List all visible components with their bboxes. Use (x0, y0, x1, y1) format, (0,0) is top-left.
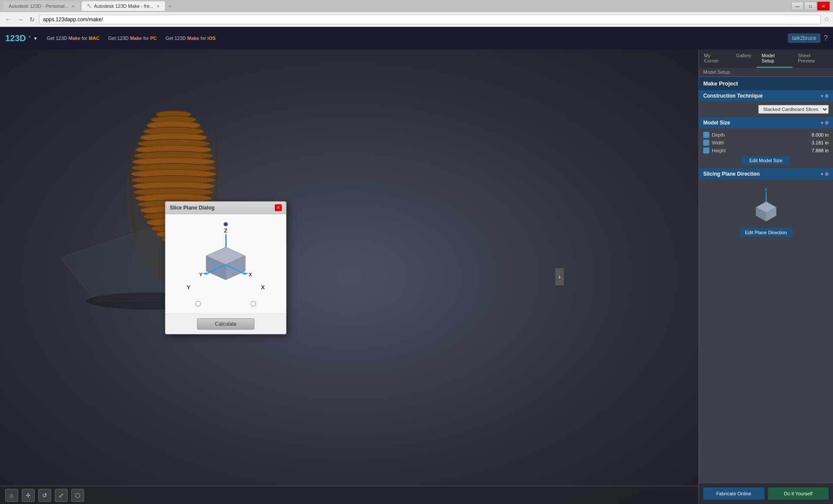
tool-zoom-fit[interactable]: ⤢ (55, 489, 68, 502)
slicing-plane-settings-icon[interactable]: ⚙ (825, 172, 829, 177)
plane-mini-cube (751, 200, 781, 223)
logo-superscript: ° (29, 35, 31, 41)
maximize-btn[interactable]: □ (804, 2, 817, 10)
technique-select-row: Stacked Cardboard Slices (703, 105, 829, 114)
svg-text:Y: Y (199, 272, 203, 277)
top-dot (224, 222, 228, 226)
edit-plane-direction-btn[interactable]: Edit Plane Direction (740, 228, 792, 237)
plane-widget: Z Edit Plane Direction (703, 183, 829, 240)
slicing-plane-body: Z Edit Plane Direction (699, 180, 833, 244)
new-tab-btn[interactable]: + (168, 3, 172, 10)
tab-icon: 🔧 (87, 4, 92, 8)
tab-model-setup[interactable]: Model Setup (757, 49, 793, 68)
back-btn[interactable]: ← (3, 15, 13, 24)
dialog-body: Z (165, 214, 286, 314)
radio-left-input[interactable] (195, 301, 201, 307)
construction-technique-title: Construction Technique (703, 93, 763, 99)
radio-right[interactable] (250, 301, 256, 307)
model-size-collapse-btns[interactable]: ▾ ⚙ (821, 121, 829, 125)
y-label: Y (187, 284, 191, 291)
width-row: Width 3.181 in (703, 140, 829, 146)
height-row: Height 7.888 in (703, 147, 829, 154)
slicing-plane-title: Slicing Plane Direction (703, 171, 760, 177)
construction-technique-section: Construction Technique ▾ ⚙ Stacked Cardb… (699, 90, 833, 117)
tab-inactive[interactable]: Autodesk 123D - Personal... ✕ (3, 1, 80, 11)
plane-mini-widget: Z (749, 187, 784, 226)
dialog-titlebar: Slice Plane Dialog ✕ (165, 202, 286, 214)
browser-toolbar: ← → ↻ ☆ (0, 12, 833, 27)
dialog-title: Slice Plane Dialog (170, 205, 214, 211)
model-size-body: Depth 8.000 in Width 3.181 in Height 7.8… (699, 128, 833, 168)
construction-technique-header: Construction Technique ▾ ⚙ (699, 90, 833, 101)
depth-row: Depth 8.000 in (703, 132, 829, 138)
construction-collapse-btns[interactable]: ▾ ⚙ (821, 94, 829, 98)
logo-area: 123D ° ▾ (5, 33, 36, 43)
model-size-title: Model Size (703, 120, 730, 126)
model-size-section: Model Size ▾ ⚙ Depth 8.000 in Width 3.18… (699, 117, 833, 168)
header-nav: Get 123D Make for MAC Get 123D Make for … (43, 34, 219, 43)
nav-ios[interactable]: Get 123D Make for iOS (162, 34, 219, 43)
model-size-settings-icon[interactable]: ⚙ (825, 121, 829, 125)
radio-right-input[interactable] (250, 301, 256, 307)
star-btn[interactable]: ☆ (823, 15, 830, 23)
dialog-close-btn[interactable]: ✕ (275, 204, 282, 211)
depth-icon (703, 132, 709, 138)
right-panel: My Corner Gallery Model Setup Sheet Prev… (698, 49, 833, 504)
user-btn[interactable]: talk2bruce (788, 33, 820, 43)
tab-close-active[interactable]: ✕ (156, 4, 160, 9)
construction-collapse-icon[interactable]: ▾ (821, 94, 823, 98)
app-header: 123D ° ▾ Get 123D Make for MAC Get 123D … (0, 27, 833, 49)
tool-home[interactable]: ⌂ (5, 489, 18, 502)
tab-active[interactable]: 🔧 Autodesk 123D Make - fre... ✕ (82, 1, 165, 11)
z-label: Z (224, 227, 227, 234)
panel-bottom: Fabricate Online Do It Yourself (699, 483, 833, 504)
nav-mac[interactable]: Get 123D Make for MAC (43, 34, 103, 43)
titlebar: Autodesk 123D - Personal... ✕ 🔧 Autodesk… (0, 0, 833, 12)
model-size-collapse-icon[interactable]: ▾ (821, 121, 823, 125)
radio-left[interactable] (195, 301, 201, 307)
fabricate-online-btn[interactable]: Fabricate Online (703, 488, 764, 500)
main-layout: Slice Plane Dialog ✕ Z (0, 49, 833, 504)
edit-model-size-btn[interactable]: Edit Model Size (742, 156, 789, 165)
slicing-plane-header: Slicing Plane Direction ▾ ⚙ (699, 168, 833, 180)
tab-close-inactive[interactable]: ✕ (71, 4, 75, 9)
tab-label-active: Autodesk 123D Make - fre... (94, 3, 154, 9)
width-icon (703, 140, 709, 146)
nav-pc[interactable]: Get 123D Make for PC (105, 34, 160, 43)
do-it-yourself-btn[interactable]: Do It Yourself (768, 488, 829, 500)
panel-spacer (699, 244, 833, 483)
help-btn[interactable]: ? (824, 34, 828, 42)
panel-breadcrumb: Model Setup (699, 68, 833, 77)
tab-sheet-preview[interactable]: Sheet Preview (793, 49, 833, 68)
logo-text: 123D (5, 33, 26, 43)
technique-select[interactable]: Stacked Cardboard Slices (758, 105, 829, 114)
height-value: 7.888 in (812, 148, 829, 153)
cube-svg: X Y (198, 245, 254, 284)
slicing-plane-collapse-btns[interactable]: ▾ ⚙ (821, 172, 829, 177)
tool-pan[interactable]: ✛ (22, 489, 35, 502)
refresh-btn[interactable]: ↻ (28, 15, 36, 24)
logo-dropdown-icon[interactable]: ▾ (34, 36, 36, 41)
x-label: X (261, 284, 265, 291)
width-value: 3.181 in (812, 140, 829, 145)
browser-chrome: Autodesk 123D - Personal... ✕ 🔧 Autodesk… (0, 0, 833, 27)
viewport[interactable]: Slice Plane Dialog ✕ Z (0, 49, 698, 504)
tab-gallery[interactable]: Gallery (731, 49, 757, 68)
calculate-btn[interactable]: Calculate (197, 318, 254, 330)
depth-value: 8.000 in (812, 132, 829, 137)
tool-export[interactable]: ⬡ (71, 489, 84, 502)
height-label: Height (712, 148, 809, 153)
close-btn[interactable]: ✕ (817, 2, 830, 10)
address-bar[interactable] (39, 15, 821, 24)
minimize-btn[interactable]: — (791, 2, 803, 10)
tool-rotate[interactable]: ↺ (38, 489, 51, 502)
panel-collapse-arrow[interactable]: › (555, 268, 564, 285)
plane-z-text: Z (765, 187, 767, 192)
forward-btn[interactable]: → (16, 15, 25, 24)
svg-text:X: X (249, 272, 252, 277)
panel-tabs-row: My Corner Gallery Model Setup Sheet Prev… (699, 49, 833, 68)
radio-row (187, 301, 265, 307)
slicing-plane-collapse-icon[interactable]: ▾ (821, 172, 823, 177)
construction-settings-icon[interactable]: ⚙ (825, 94, 829, 98)
tab-my-corner[interactable]: My Corner (699, 49, 731, 68)
